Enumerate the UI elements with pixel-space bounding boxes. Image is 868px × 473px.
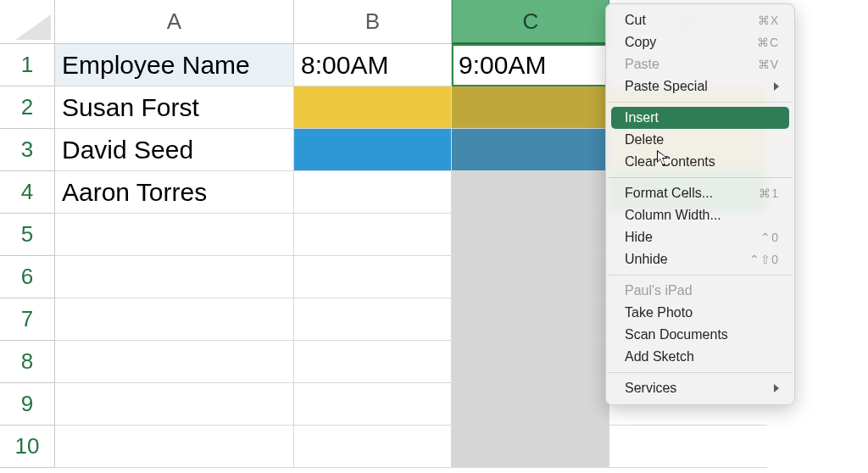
row-header-9[interactable]: 9 — [0, 383, 55, 426]
menu-shortcut: ⌃⇧0 — [749, 253, 779, 266]
menu-item-insert[interactable]: Insert — [611, 107, 789, 129]
menu-label: Paste — [625, 57, 659, 72]
cell-a3[interactable]: David Seed — [55, 129, 294, 171]
row-headers: 1 2 3 4 5 6 7 8 9 10 — [0, 44, 55, 468]
menu-item-paste: Paste ⌘V — [606, 53, 794, 75]
menu-item-unhide[interactable]: Unhide ⌃⇧0 — [606, 248, 794, 270]
cell-b5[interactable] — [294, 214, 452, 256]
cell-c6[interactable] — [452, 256, 609, 298]
cell-a2[interactable]: Susan Forst — [55, 86, 294, 129]
cell-c8[interactable] — [452, 341, 609, 383]
cell-d10[interactable] — [609, 426, 767, 468]
menu-item-format-cells[interactable]: Format Cells... ⌘1 — [606, 182, 794, 204]
cell-c3[interactable] — [452, 129, 609, 171]
cell-a1[interactable]: Employee Name — [55, 44, 294, 86]
menu-label: Copy — [625, 35, 656, 50]
row-header-10[interactable]: 10 — [0, 426, 55, 468]
cell-c2[interactable] — [452, 86, 609, 129]
cell-b8[interactable] — [294, 341, 452, 383]
select-all-triangle-icon — [15, 14, 51, 40]
cell-c5[interactable] — [452, 214, 609, 256]
menu-item-copy[interactable]: Copy ⌘C — [606, 31, 794, 53]
cell-c10[interactable] — [452, 426, 609, 468]
select-all-corner[interactable] — [0, 0, 55, 44]
row-header-6[interactable]: 6 — [0, 256, 55, 298]
cell-b9[interactable] — [294, 383, 452, 426]
menu-item-device-header: Paul's iPad — [606, 280, 794, 302]
menu-label: Insert — [625, 110, 659, 125]
menu-label: Column Width... — [625, 208, 721, 223]
column-header-a[interactable]: A — [55, 0, 294, 44]
menu-shortcut: ⌘C — [757, 36, 779, 49]
menu-label: Hide — [625, 230, 653, 245]
cell-a10[interactable] — [55, 426, 294, 468]
cell-b7[interactable] — [294, 298, 452, 341]
row-10 — [55, 426, 767, 468]
menu-separator — [608, 372, 793, 373]
cell-a6[interactable] — [55, 256, 294, 298]
menu-shortcut: ⌘V — [758, 58, 779, 71]
cell-c1[interactable]: 9:00AM — [452, 44, 609, 86]
menu-shortcut: ⌘1 — [759, 186, 779, 200]
menu-label: Clear Contents — [625, 154, 715, 170]
row-header-7[interactable]: 7 — [0, 298, 55, 341]
menu-separator — [608, 102, 793, 103]
row-header-1[interactable]: 1 — [0, 44, 55, 86]
spreadsheet: A B C D 1 2 3 4 5 6 7 8 9 10 Employee Na… — [0, 0, 868, 473]
menu-item-paste-special[interactable]: Paste Special — [606, 75, 794, 97]
cell-a5[interactable] — [55, 214, 294, 256]
chevron-right-icon — [774, 82, 779, 91]
row-header-3[interactable]: 3 — [0, 129, 55, 171]
cell-a8[interactable] — [55, 341, 294, 383]
cell-b1[interactable]: 8:00AM — [294, 44, 452, 86]
menu-label: Delete — [625, 132, 664, 147]
menu-shortcut: ⌘X — [758, 14, 779, 27]
cell-b3[interactable] — [294, 129, 452, 171]
menu-item-hide[interactable]: Hide ⌃0 — [606, 226, 794, 248]
column-header-c[interactable]: C — [452, 0, 609, 44]
menu-item-scan-documents[interactable]: Scan Documents — [606, 324, 794, 346]
chevron-right-icon — [774, 384, 779, 392]
cell-c7[interactable] — [452, 298, 609, 341]
menu-separator — [608, 177, 793, 178]
cell-a4[interactable]: Aaron Torres — [55, 171, 294, 214]
menu-label: Paste Special — [625, 79, 708, 94]
menu-item-add-sketch[interactable]: Add Sketch — [606, 346, 794, 368]
cell-b2[interactable] — [294, 86, 452, 129]
menu-label: Take Photo — [625, 305, 693, 320]
row-header-2[interactable]: 2 — [0, 86, 55, 129]
cell-a7[interactable] — [55, 298, 294, 341]
menu-label: Paul's iPad — [625, 283, 693, 298]
cell-b6[interactable] — [294, 256, 452, 298]
menu-label: Cut — [625, 13, 646, 28]
column-header-b[interactable]: B — [294, 0, 452, 44]
menu-label: Add Sketch — [625, 349, 694, 364]
cell-c9[interactable] — [452, 383, 609, 426]
cell-b4[interactable] — [294, 171, 452, 214]
menu-item-column-width[interactable]: Column Width... — [606, 204, 794, 226]
menu-item-take-photo[interactable]: Take Photo — [606, 302, 794, 324]
menu-label: Scan Documents — [625, 327, 728, 342]
menu-item-cut[interactable]: Cut ⌘X — [606, 9, 794, 31]
menu-item-delete[interactable]: Delete — [606, 129, 794, 151]
menu-item-clear-contents[interactable]: Clear Contents — [606, 151, 794, 173]
menu-label: Format Cells... — [625, 186, 713, 201]
menu-label: Services — [625, 381, 676, 396]
context-menu: Cut ⌘X Copy ⌘C Paste ⌘V Paste Special In… — [605, 3, 795, 405]
cell-c4[interactable] — [452, 171, 609, 214]
row-header-5[interactable]: 5 — [0, 214, 55, 256]
menu-separator — [608, 275, 793, 275]
cell-a9[interactable] — [55, 383, 294, 426]
row-header-8[interactable]: 8 — [0, 341, 55, 383]
menu-item-services[interactable]: Services — [606, 377, 794, 399]
menu-label: Unhide — [625, 252, 668, 267]
cell-b10[interactable] — [294, 426, 452, 468]
row-header-4[interactable]: 4 — [0, 171, 55, 214]
menu-shortcut: ⌃0 — [760, 231, 779, 244]
